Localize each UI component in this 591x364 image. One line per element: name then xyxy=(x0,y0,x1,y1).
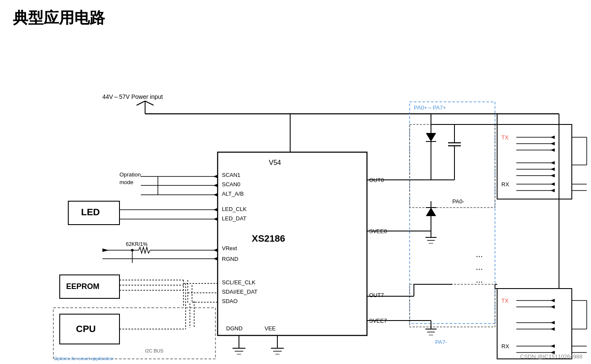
rx-bottom-label: RX xyxy=(501,343,509,350)
scan0-label: SCAN0 xyxy=(222,181,240,188)
dots-mid: ··· xyxy=(476,264,483,273)
watermark: CSDN @IC15110264988 xyxy=(520,353,582,360)
out7-label: OUT7 xyxy=(369,292,384,298)
power-input-label: 44V～57V Power input xyxy=(102,93,163,100)
vee-label: VEE xyxy=(265,325,276,332)
led-clk-label: LED_CLK xyxy=(222,206,247,212)
svg-line-1 xyxy=(137,101,145,105)
i2c-bus-label: I2C BUS xyxy=(145,348,163,353)
sdao-label: SDAO xyxy=(222,298,238,304)
pa0-pa7-plus-label: PA0+～PA7+ xyxy=(414,104,446,111)
sdai-ee-dat-label: SDAI/EE_DAT xyxy=(222,289,258,295)
opration-mode-line1: Opration xyxy=(119,171,141,178)
alt-ab-label: ALT_A/B xyxy=(222,191,244,197)
svg-marker-11 xyxy=(213,193,218,196)
chip-name-label: XS2186 xyxy=(252,233,285,244)
svg-marker-9 xyxy=(213,175,218,178)
svg-rect-5 xyxy=(218,152,367,335)
options-label: Options for smart application xyxy=(54,356,114,361)
opration-mode-line2: mode xyxy=(119,179,134,185)
resistor-label: 62KR/1% xyxy=(126,241,148,247)
page-title: 典型应用电路 xyxy=(0,0,591,33)
rgnd-label: RGND xyxy=(222,256,238,262)
svg-marker-20 xyxy=(213,217,218,221)
svg-marker-23 xyxy=(102,248,109,252)
diagram-area: 44V～57V Power input V54 XS2186 SCAN1 SCA… xyxy=(0,33,591,364)
led-dat-label: LED_DAT xyxy=(222,215,247,222)
svg-marker-27 xyxy=(213,248,218,252)
vrext-label: VRext xyxy=(222,245,237,251)
tx-bottom-label: TX xyxy=(501,298,509,304)
led-box-label: LED xyxy=(81,207,100,217)
eeprom-box-label: EEPROM xyxy=(66,282,99,291)
v54-label: V54 xyxy=(269,159,281,166)
scl-ee-clk-label: SCL/EE_CLK xyxy=(222,279,256,286)
svg-rect-58 xyxy=(410,124,495,208)
svg-marker-74 xyxy=(426,208,436,216)
svg-marker-10 xyxy=(213,184,218,187)
svg-line-2 xyxy=(145,101,154,105)
scan1-label: SCAN1 xyxy=(222,172,240,178)
svg-rect-54 xyxy=(410,102,495,324)
svg-marker-19 xyxy=(213,208,218,211)
dots-top: ··· xyxy=(476,251,483,260)
svg-marker-60 xyxy=(426,133,436,142)
pa7-minus-label: PA7- xyxy=(435,339,447,345)
rx-top-label: RX xyxy=(501,181,509,188)
pa0-minus-label: PA0- xyxy=(452,198,464,205)
dgnd-label: DGND xyxy=(226,325,242,332)
svg-marker-29 xyxy=(213,257,218,260)
cpu-box-label: CPU xyxy=(76,324,96,334)
tx-top-label: TX xyxy=(501,134,509,141)
